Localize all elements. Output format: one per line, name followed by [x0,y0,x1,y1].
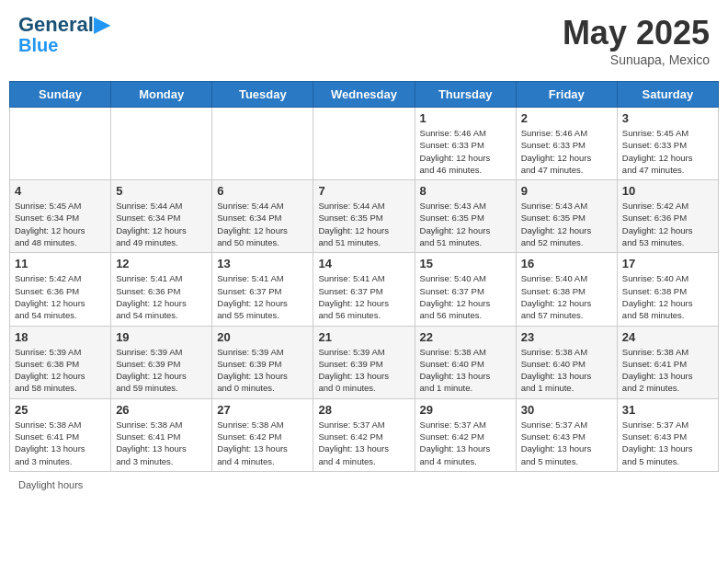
day-info: Sunrise: 5:45 AM Sunset: 6:33 PM Dayligh… [622,127,713,176]
day-of-week-header: Thursday [415,82,516,108]
day-number: 16 [521,257,612,270]
calendar-day-cell: 16Sunrise: 5:40 AM Sunset: 6:38 PM Dayli… [516,253,617,326]
calendar-day-cell: 8Sunrise: 5:43 AM Sunset: 6:35 PM Daylig… [415,180,516,253]
day-number: 1 [420,111,511,125]
calendar-day-cell: 17Sunrise: 5:40 AM Sunset: 6:38 PM Dayli… [617,253,718,326]
calendar-day-cell [111,108,212,180]
calendar-day-cell: 19Sunrise: 5:39 AM Sunset: 6:39 PM Dayli… [111,326,212,398]
day-info: Sunrise: 5:42 AM Sunset: 6:36 PM Dayligh… [15,272,106,321]
calendar-day-cell: 24Sunrise: 5:38 AM Sunset: 6:41 PM Dayli… [617,326,718,398]
calendar-day-cell [313,108,415,180]
day-info: Sunrise: 5:38 AM Sunset: 6:42 PM Dayligh… [217,419,308,467]
day-of-week-header: Friday [516,82,617,108]
day-info: Sunrise: 5:41 AM Sunset: 6:37 PM Dayligh… [318,272,409,321]
day-info: Sunrise: 5:37 AM Sunset: 6:42 PM Dayligh… [420,419,511,467]
calendar-day-cell: 18Sunrise: 5:39 AM Sunset: 6:38 PM Dayli… [10,326,111,398]
day-number: 18 [15,330,106,344]
day-of-week-header: Tuesday [212,82,313,108]
day-number: 20 [217,330,308,344]
day-info: Sunrise: 5:39 AM Sunset: 6:38 PM Dayligh… [15,346,106,395]
day-number: 24 [622,330,713,344]
day-number: 6 [217,184,308,198]
day-info: Sunrise: 5:41 AM Sunset: 6:37 PM Dayligh… [217,272,308,321]
calendar-day-cell: 15Sunrise: 5:40 AM Sunset: 6:37 PM Dayli… [415,253,516,326]
calendar-day-cell: 9Sunrise: 5:43 AM Sunset: 6:35 PM Daylig… [516,180,617,253]
day-info: Sunrise: 5:38 AM Sunset: 6:40 PM Dayligh… [420,346,511,395]
day-of-week-header: Wednesday [313,82,415,108]
day-info: Sunrise: 5:39 AM Sunset: 6:39 PM Dayligh… [217,346,308,395]
day-info: Sunrise: 5:43 AM Sunset: 6:35 PM Dayligh… [420,200,511,248]
day-info: Sunrise: 5:38 AM Sunset: 6:41 PM Dayligh… [622,346,713,395]
day-info: Sunrise: 5:39 AM Sunset: 6:39 PM Dayligh… [318,346,409,395]
day-info: Sunrise: 5:41 AM Sunset: 6:36 PM Dayligh… [116,272,207,321]
day-info: Sunrise: 5:43 AM Sunset: 6:35 PM Dayligh… [521,200,612,248]
day-number: 25 [15,403,106,417]
day-of-week-header: Sunday [10,82,111,108]
day-info: Sunrise: 5:39 AM Sunset: 6:39 PM Dayligh… [116,346,207,395]
month-title: May 2025 [563,14,710,52]
day-info: Sunrise: 5:45 AM Sunset: 6:34 PM Dayligh… [15,200,106,248]
title-block: May 2025 Sunuapa, Mexico [563,14,710,67]
day-number: 27 [217,403,308,417]
calendar-day-cell [10,108,111,180]
day-number: 11 [15,257,106,270]
logo-text: General▶ [18,14,109,36]
day-number: 9 [521,184,612,198]
day-of-week-header: Saturday [617,82,718,108]
day-info: Sunrise: 5:38 AM Sunset: 6:40 PM Dayligh… [521,346,612,395]
calendar-day-cell: 14Sunrise: 5:41 AM Sunset: 6:37 PM Dayli… [313,253,415,326]
day-info: Sunrise: 5:46 AM Sunset: 6:33 PM Dayligh… [420,127,511,176]
calendar-day-cell: 11Sunrise: 5:42 AM Sunset: 6:36 PM Dayli… [10,253,111,326]
calendar-header-row: SundayMondayTuesdayWednesdayThursdayFrid… [10,82,719,108]
day-info: Sunrise: 5:40 AM Sunset: 6:38 PM Dayligh… [622,272,713,321]
calendar-day-cell: 30Sunrise: 5:37 AM Sunset: 6:43 PM Dayli… [516,398,617,471]
day-info: Sunrise: 5:44 AM Sunset: 6:34 PM Dayligh… [217,200,308,248]
footer-label: Daylight hours [18,479,83,490]
calendar-week-row: 11Sunrise: 5:42 AM Sunset: 6:36 PM Dayli… [10,253,719,326]
calendar-day-cell [212,108,313,180]
day-number: 31 [622,403,713,417]
day-number: 28 [318,403,409,417]
day-number: 21 [318,330,409,344]
day-number: 8 [420,184,511,198]
calendar-day-cell: 2Sunrise: 5:46 AM Sunset: 6:33 PM Daylig… [516,108,617,180]
calendar-day-cell: 13Sunrise: 5:41 AM Sunset: 6:37 PM Dayli… [212,253,313,326]
day-number: 15 [420,257,511,270]
day-number: 23 [521,330,612,344]
day-info: Sunrise: 5:37 AM Sunset: 6:43 PM Dayligh… [622,419,713,467]
day-of-week-header: Monday [111,82,212,108]
logo: General▶ Blue [18,14,109,54]
day-info: Sunrise: 5:42 AM Sunset: 6:36 PM Dayligh… [622,200,713,248]
day-number: 26 [116,403,207,417]
calendar-day-cell: 1Sunrise: 5:46 AM Sunset: 6:33 PM Daylig… [415,108,516,180]
calendar-day-cell: 12Sunrise: 5:41 AM Sunset: 6:36 PM Dayli… [111,253,212,326]
calendar-day-cell: 10Sunrise: 5:42 AM Sunset: 6:36 PM Dayli… [617,180,718,253]
day-number: 10 [622,184,713,198]
calendar-day-cell: 26Sunrise: 5:38 AM Sunset: 6:41 PM Dayli… [111,398,212,471]
calendar-day-cell: 22Sunrise: 5:38 AM Sunset: 6:40 PM Dayli… [415,326,516,398]
day-number: 3 [622,111,713,125]
day-number: 4 [15,184,106,198]
calendar-day-cell: 6Sunrise: 5:44 AM Sunset: 6:34 PM Daylig… [212,180,313,253]
day-info: Sunrise: 5:44 AM Sunset: 6:35 PM Dayligh… [318,200,409,248]
calendar-week-row: 4Sunrise: 5:45 AM Sunset: 6:34 PM Daylig… [10,180,719,253]
calendar-day-cell: 7Sunrise: 5:44 AM Sunset: 6:35 PM Daylig… [313,180,415,253]
footer: Daylight hours [9,479,719,490]
day-number: 30 [521,403,612,417]
calendar-body: 1Sunrise: 5:46 AM Sunset: 6:33 PM Daylig… [10,108,719,472]
calendar-day-cell: 27Sunrise: 5:38 AM Sunset: 6:42 PM Dayli… [212,398,313,471]
day-number: 5 [116,184,207,198]
day-info: Sunrise: 5:40 AM Sunset: 6:37 PM Dayligh… [420,272,511,321]
day-info: Sunrise: 5:37 AM Sunset: 6:42 PM Dayligh… [318,419,409,467]
calendar-day-cell: 21Sunrise: 5:39 AM Sunset: 6:39 PM Dayli… [313,326,415,398]
day-number: 7 [318,184,409,198]
subtitle: Sunuapa, Mexico [563,52,710,67]
day-info: Sunrise: 5:40 AM Sunset: 6:38 PM Dayligh… [521,272,612,321]
calendar-day-cell: 28Sunrise: 5:37 AM Sunset: 6:42 PM Dayli… [313,398,415,471]
page-header: General▶ Blue May 2025 Sunuapa, Mexico [9,9,719,72]
calendar-week-row: 18Sunrise: 5:39 AM Sunset: 6:38 PM Dayli… [10,326,719,398]
day-number: 13 [217,257,308,270]
day-number: 2 [521,111,612,125]
calendar-table: SundayMondayTuesdayWednesdayThursdayFrid… [9,81,719,472]
day-info: Sunrise: 5:38 AM Sunset: 6:41 PM Dayligh… [15,419,106,467]
